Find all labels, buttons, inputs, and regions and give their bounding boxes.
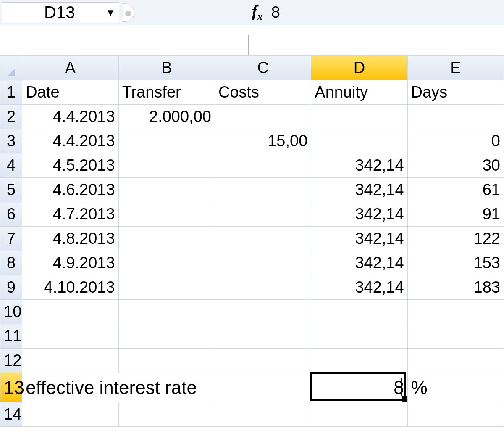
formula-bar: D13 ▼ fx 8 [0,0,504,25]
row-header-2[interactable]: 2 [0,105,22,129]
cell-c6[interactable] [215,202,311,227]
cell-c9[interactable] [215,275,311,300]
cell-a5[interactable]: 4.6.2013 [22,178,118,202]
cell-e14[interactable] [407,402,504,427]
cell-a7[interactable]: 4.8.2013 [22,227,118,251]
cell-e13[interactable]: % [407,373,504,402]
name-box-value: D13 [44,3,75,22]
spreadsheet-grid[interactable]: A B C D E 1 Date Transfer Costs Annuity … [0,55,504,427]
cell-c12[interactable] [215,349,311,373]
row-header-5[interactable]: 5 [0,178,22,202]
cell-b4[interactable] [118,153,215,178]
cell-e12[interactable] [407,349,504,373]
cell-a11[interactable] [22,324,118,349]
cell-d3[interactable] [311,129,407,153]
cell-e9[interactable]: 183 [407,275,504,300]
cell-c14[interactable] [215,402,311,427]
cell-b10[interactable] [118,300,215,324]
cell-a9[interactable]: 4.10.2013 [22,275,118,300]
cell-a10[interactable] [22,300,118,324]
cell-a3[interactable]: 4.4.2013 [22,129,118,153]
row-header-14[interactable]: 14 [0,402,22,427]
cell-a13[interactable]: effective interest rate [22,373,311,402]
cell-a8[interactable]: 4.9.2013 [22,251,118,275]
cell-c8[interactable] [215,251,311,275]
cell-b5[interactable] [118,178,215,202]
cell-c5[interactable] [215,178,311,202]
name-box[interactable]: D13 ▼ [2,2,119,23]
cell-d10[interactable] [311,300,407,324]
cell-d5[interactable]: 342,14 [311,178,407,202]
cell-b3[interactable] [118,129,215,153]
cell-e3[interactable]: 0 [407,129,504,153]
row-header-13[interactable]: 13 [0,373,22,402]
cell-b14[interactable] [118,402,215,427]
formula-value[interactable]: 8 [271,3,280,21]
row-header-6[interactable]: 6 [0,202,22,227]
cell-c7[interactable] [215,227,311,251]
ribbon-gap [0,25,504,55]
cell-b2[interactable]: 2.000,00 [118,105,215,129]
row-header-12[interactable]: 12 [0,349,22,373]
cell-d9[interactable]: 342,14 [311,275,407,300]
cell-e2[interactable] [407,105,504,129]
col-header-c[interactable]: C [215,56,311,80]
cell-d14[interactable] [311,402,407,427]
cell-d6[interactable]: 342,14 [311,202,407,227]
cell-c3[interactable]: 15,00 [215,129,311,153]
cell-b8[interactable] [118,251,215,275]
grid-wrap: A B C D E 1 Date Transfer Costs Annuity … [0,55,504,427]
cell-c11[interactable] [215,324,311,349]
cell-a2[interactable]: 4.4.2013 [22,105,118,129]
cell-c4[interactable] [215,153,311,178]
edit-caret [401,378,402,396]
cell-c10[interactable] [215,300,311,324]
cell-a1[interactable]: Date [22,80,118,105]
row-header-7[interactable]: 7 [0,227,22,251]
cell-c2[interactable] [215,105,311,129]
cell-d1[interactable]: Annuity [311,80,407,105]
col-header-d[interactable]: D [311,56,407,80]
cell-e8[interactable]: 153 [407,251,504,275]
select-all-corner[interactable] [0,56,22,80]
cell-d2[interactable] [311,105,407,129]
cell-b12[interactable] [118,349,215,373]
cell-e11[interactable] [407,324,504,349]
cell-d13[interactable]: 8 [311,373,407,402]
cell-c1[interactable]: Costs [215,80,311,105]
cell-a6[interactable]: 4.7.2013 [22,202,118,227]
cell-e10[interactable] [407,300,504,324]
cell-e7[interactable]: 122 [407,227,504,251]
row-header-9[interactable]: 9 [0,275,22,300]
chevron-down-icon[interactable]: ▼ [105,7,116,18]
cell-e1[interactable]: Days [407,80,504,105]
name-box-edge [123,3,134,22]
col-header-b[interactable]: B [118,56,215,80]
row-header-1[interactable]: 1 [0,80,22,105]
row-header-4[interactable]: 4 [0,153,22,178]
col-header-a[interactable]: A [22,56,118,80]
cell-e4[interactable]: 30 [407,153,504,178]
cell-b6[interactable] [118,202,215,227]
cell-d12[interactable] [311,349,407,373]
cell-d11[interactable] [311,324,407,349]
cell-b7[interactable] [118,227,215,251]
row-header-3[interactable]: 3 [0,129,22,153]
fx-icon[interactable]: fx [252,2,263,23]
cell-d7[interactable]: 342,14 [311,227,407,251]
row-header-11[interactable]: 11 [0,324,22,349]
cell-e5[interactable]: 61 [407,178,504,202]
cell-b9[interactable] [118,275,215,300]
cell-d8[interactable]: 342,14 [311,251,407,275]
row-header-8[interactable]: 8 [0,251,22,275]
cell-b11[interactable] [118,324,215,349]
cell-e6[interactable]: 91 [407,202,504,227]
cell-a14[interactable] [22,402,118,427]
cell-d4[interactable]: 342,14 [311,153,407,178]
cell-a4[interactable]: 4.5.2013 [22,153,118,178]
cell-b1[interactable]: Transfer [118,80,215,105]
col-header-e[interactable]: E [407,56,504,80]
cell-a12[interactable] [22,349,118,373]
row-header-10[interactable]: 10 [0,300,22,324]
